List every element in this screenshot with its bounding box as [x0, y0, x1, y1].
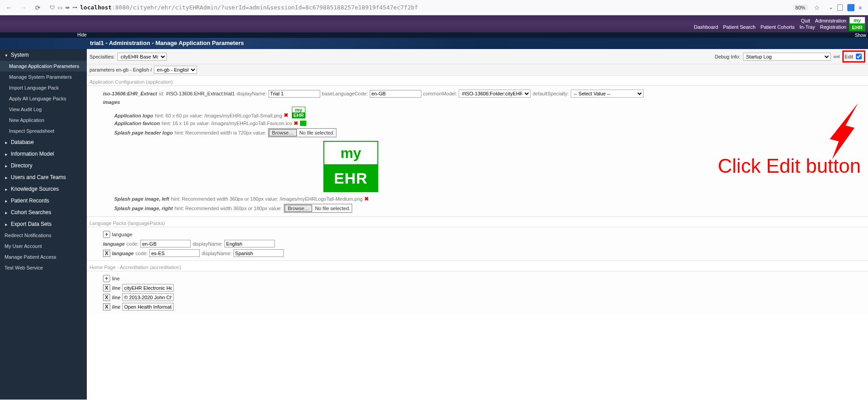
sidebar-test-ws[interactable]: Test Web Service — [0, 262, 87, 273]
splashhdr-hint: hint: Recommended width is 720px value: — [174, 130, 266, 135]
registration-link[interactable]: Registration — [820, 24, 846, 30]
displayname-input[interactable] — [268, 90, 320, 98]
content-area: Specialties: cityEHR Base Model Debug In… — [87, 49, 868, 400]
debug-select[interactable]: Startup Log — [743, 53, 831, 61]
code-label: code: — [126, 241, 139, 247]
sidebar-database[interactable]: Database — [0, 136, 87, 148]
splashright-hint: hint: Recommended width 360px or 180px v… — [174, 206, 282, 211]
displayname-label: displayName: — [237, 91, 267, 96]
param-lang-text: parameters en-gb - English / — [89, 67, 152, 72]
page-title-bar: trial1 - Administration - Manage Applica… — [0, 38, 868, 49]
sidebar-my-account[interactable]: My User Account — [0, 241, 87, 252]
sidebar-item-apply-lang[interactable]: Apply All Language Packs — [0, 93, 87, 104]
sidebar-item-new-app[interactable]: New Application — [0, 115, 87, 126]
line-input-1[interactable] — [122, 284, 174, 292]
section-app-config-head: Application Configuration (application) — [87, 76, 868, 85]
specialties-select[interactable]: cityEHR Base Model — [117, 53, 167, 61]
add-language-button[interactable]: + — [103, 231, 110, 238]
sidebar-item-audit-log[interactable]: View Audit Log — [0, 104, 87, 115]
line-label-1: line — [112, 285, 121, 291]
section-accred: + line X line X line X line — [87, 271, 868, 314]
patient-search-link[interactable]: Patient Search — [723, 24, 756, 30]
lang-label-2: language — [112, 251, 134, 256]
show-link[interactable]: Show — [855, 33, 866, 38]
patient-cohorts-link[interactable]: Patient Cohorts — [761, 24, 795, 30]
extension-puzzle-icon[interactable] — [847, 4, 855, 11]
disp-label-2: displayName: — [201, 251, 232, 256]
browser-toolbar: ← → ⟳ 🛡 ▭ ⇹ ⊶ localhost:8080/cityehr/ehr… — [0, 0, 868, 15]
back-icon[interactable]: ← — [4, 2, 14, 13]
id-label: id: — [159, 91, 164, 96]
add-line-button[interactable]: + — [103, 275, 110, 282]
sidebar-knowledge[interactable]: Knowledge Sources — [0, 183, 87, 195]
lang-code-2[interactable] — [149, 249, 200, 257]
dashboard-link[interactable]: Dashboard — [694, 24, 718, 30]
id-value: #ISO-13606:EHR_Extract:trial1 — [166, 91, 235, 96]
browse-button-2[interactable]: Browse… — [285, 205, 313, 212]
splashleft-remove-icon[interactable]: ✖ — [364, 196, 369, 202]
splashright-file[interactable]: Browse… No file selected. — [284, 204, 352, 213]
favicon-label: Application favicon — [114, 121, 160, 126]
applogo-preview: myEHR — [292, 107, 305, 118]
sidebar: System Manage Application Parameters Man… — [0, 49, 87, 400]
edit-checkbox[interactable] — [856, 54, 862, 59]
add-line-label: line — [112, 276, 120, 281]
sidebar-users-care[interactable]: Users and Care Teams — [0, 171, 87, 183]
line-input-2[interactable] — [122, 293, 174, 301]
sidebar-item-import-lang[interactable]: Import Language Pack — [0, 82, 87, 93]
browse-button[interactable]: Browse… — [269, 129, 297, 136]
header-logo: my EHR — [849, 17, 865, 31]
sidebar-item-inspect-spreadsheet[interactable]: Inspect Spreadsheet — [0, 126, 87, 136]
defaultspec-select[interactable]: -- Select Value -- — [571, 90, 644, 98]
hamburger-icon[interactable]: ≡ — [859, 5, 862, 10]
in-tray-link[interactable]: In-Tray — [800, 24, 815, 30]
reader-icon[interactable] — [837, 4, 843, 11]
administration-link[interactable]: Administration — [815, 18, 846, 23]
sidebar-cohort[interactable]: Cohort Searches — [0, 207, 87, 218]
sidebar-item-manage-sys-params[interactable]: Manage System Parameters — [0, 72, 87, 82]
lock-strike-icon: ⇹ — [65, 4, 70, 11]
star-icon[interactable]: ☆ — [812, 2, 823, 13]
remove-line-2[interactable]: X — [103, 294, 110, 301]
hide-link[interactable]: Hide — [77, 32, 87, 37]
remove-line-3[interactable]: X — [103, 303, 110, 310]
baselang-input[interactable] — [370, 90, 421, 98]
remove-line-1[interactable]: X — [103, 284, 110, 292]
add-language-label: language — [112, 232, 132, 237]
baselang-label: baseLanguageCode: — [322, 91, 368, 96]
remove-language-button[interactable]: X — [103, 250, 110, 257]
lang-disp-1[interactable] — [224, 240, 275, 247]
favicon-remove-icon[interactable]: ✖ — [294, 120, 298, 126]
url-bar[interactable]: 🛡 ▭ ⇹ ⊶ localhost:8080/cityehr/ehr/cityE… — [47, 4, 789, 11]
favicon-preview — [300, 121, 306, 126]
commonmodel-select[interactable]: #ISO-13606:Folder:cityEHRBase — [459, 90, 531, 98]
disp-label: displayName: — [192, 241, 223, 247]
quit-link[interactable]: Quit — [801, 18, 810, 23]
sidebar-info-model[interactable]: Information Model — [0, 148, 87, 160]
applogo-remove-icon[interactable]: ✖ — [284, 112, 288, 118]
sidebar-redirect[interactable]: Redirect Notifications — [0, 230, 87, 241]
permissions-icon: ▭ — [58, 4, 63, 11]
xml-label[interactable]: xml — [833, 54, 840, 59]
pocket-icon[interactable]: ⌄ — [829, 4, 833, 10]
sidebar-system[interactable]: System — [0, 49, 87, 61]
sidebar-export[interactable]: Export Data Sets — [0, 218, 87, 230]
sidebar-directory[interactable]: Directory — [0, 160, 87, 171]
images-label: images — [103, 99, 120, 105]
reload-icon[interactable]: ⟳ — [32, 2, 43, 13]
iso-label: iso-13606:EHR_Extract — [103, 91, 157, 96]
sidebar-item-manage-app-params[interactable]: Manage Application Parameters — [0, 61, 87, 72]
forward-icon[interactable]: → — [18, 2, 29, 13]
splashhdr-file[interactable]: Browse… No file selected. — [268, 128, 336, 137]
lang-code-1[interactable] — [140, 240, 191, 247]
param-lang-select[interactable]: en-gb - English — [154, 66, 197, 74]
sidebar-patient-access[interactable]: Manage Patient Access — [0, 252, 87, 262]
commonmodel-label: commonModel: — [423, 91, 457, 96]
lang-disp-2[interactable] — [233, 249, 284, 257]
code-label-2: code: — [135, 251, 148, 256]
line-input-3[interactable] — [122, 303, 174, 310]
applogo-label: Application logo — [114, 113, 153, 118]
top-toolbar: Specialties: cityEHR Base Model Debug In… — [87, 49, 868, 64]
zoom-badge[interactable]: 80% — [793, 4, 808, 11]
sidebar-patient-records[interactable]: Patient Records — [0, 195, 87, 207]
